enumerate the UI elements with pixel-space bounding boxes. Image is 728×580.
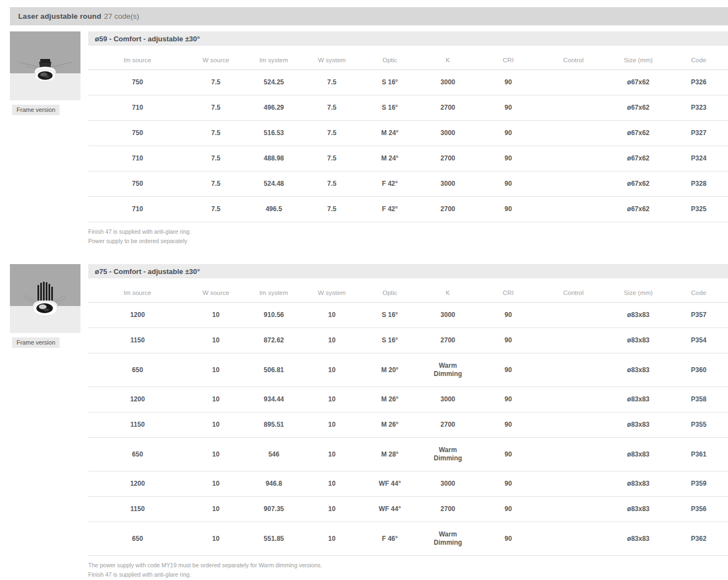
table-cell: 1200 [88, 303, 187, 328]
table-cell: 3000 [419, 121, 477, 146]
column-header: lm source [88, 50, 187, 70]
table-cell: 524.48 [245, 171, 303, 197]
product-image-column: Frame version [10, 264, 80, 348]
table-cell [540, 70, 607, 95]
table-cell: 872.62 [245, 328, 303, 353]
table-cell [540, 328, 607, 353]
table-cell: Warm Dimming [419, 522, 477, 556]
table-cell: 710 [88, 197, 187, 222]
table-cell: 7.5 [187, 95, 245, 121]
table-cell: 10 [303, 412, 361, 438]
table-cell: 90 [477, 471, 540, 497]
column-header: Size (mm) [607, 283, 670, 303]
table-row: 120010946.810WF 44°300090ø83x83P359 [88, 471, 728, 497]
table-cell: 907.35 [245, 497, 303, 522]
table-cell: 7.5 [187, 171, 245, 197]
table-cell: P328 [670, 171, 728, 197]
table-row: 7507.5524.257.5S 16°300090ø67x62P326 [88, 70, 728, 95]
table-cell [540, 171, 607, 197]
table-cell: M 24° [361, 121, 419, 146]
column-header: K [419, 283, 477, 303]
table-cell: 546 [245, 438, 303, 471]
table-cell [540, 121, 607, 146]
table-cell: 650 [88, 438, 187, 471]
table-cell: M 20° [361, 353, 419, 387]
table-cell: 10 [303, 353, 361, 387]
table-cell: 710 [88, 146, 187, 171]
table-cell [540, 412, 607, 438]
table-cell: 488.98 [245, 146, 303, 171]
table-cell: ø67x62 [607, 171, 670, 197]
table-cell: 10 [187, 387, 245, 412]
table-cell: 2700 [419, 412, 477, 438]
table-cell: 1200 [88, 387, 187, 412]
table-cell: 90 [477, 146, 540, 171]
table-cell: M 26° [361, 412, 419, 438]
table-cell [540, 387, 607, 412]
frame-version-label: Frame version [12, 105, 60, 115]
table-cell: 7.5 [303, 146, 361, 171]
table-cell: 10 [303, 438, 361, 471]
table-cell: 2700 [419, 197, 477, 222]
table-cell: 90 [477, 197, 540, 222]
table-row: 65010551.8510F 46°Warm Dimming90ø83x83P3… [88, 522, 728, 556]
table-cell: 650 [88, 353, 187, 387]
table-cell: P327 [670, 121, 728, 146]
table-cell: F 42° [361, 171, 419, 197]
table-cell: ø83x83 [607, 328, 670, 353]
table-cell: 2700 [419, 146, 477, 171]
category-title: Laser adjustable round [18, 12, 101, 20]
spec-table-o59: lm sourceW sourcelm systemW systemOpticK… [88, 50, 728, 222]
column-header: CRI [477, 283, 540, 303]
table-cell: P357 [670, 303, 728, 328]
table-cell: 90 [477, 387, 540, 412]
table-cell: M 26° [361, 387, 419, 412]
table-cell: 946.8 [245, 471, 303, 497]
table-cell: 90 [477, 303, 540, 328]
table-cell: 7.5 [303, 197, 361, 222]
table-cell: 90 [477, 121, 540, 146]
table-cell: S 16° [361, 328, 419, 353]
product-photo-o59-downlight [10, 31, 80, 100]
table-cell: 10 [187, 328, 245, 353]
table-cell: S 16° [361, 303, 419, 328]
table-header-row: lm sourceW sourcelm systemW systemOpticK… [88, 50, 728, 70]
table-cell: 10 [187, 522, 245, 556]
table-cell: ø67x62 [607, 121, 670, 146]
table-row: 6501054610M 28°Warm Dimming90ø83x83P361 [88, 438, 728, 471]
table-cell: ø83x83 [607, 438, 670, 471]
table-cell: P355 [670, 412, 728, 438]
category-title-bar: Laser adjustable round 27 code(s) [10, 7, 728, 25]
table-cell: 10 [303, 522, 361, 556]
table-cell: 750 [88, 70, 187, 95]
table-cell: 10 [303, 387, 361, 412]
table-cell: 10 [303, 497, 361, 522]
table-cell: P324 [670, 146, 728, 171]
table-cell: 90 [477, 522, 540, 556]
table-cell: ø83x83 [607, 471, 670, 497]
table-cell [540, 497, 607, 522]
table-cell: 7.5 [187, 121, 245, 146]
table-cell: 1200 [88, 471, 187, 497]
table-row: 120010910.5610S 16°300090ø83x83P357 [88, 303, 728, 328]
table-cell: 90 [477, 412, 540, 438]
table-cell: S 16° [361, 95, 419, 121]
product-image-column: Frame version [10, 31, 80, 115]
table-cell [540, 353, 607, 387]
table-row: 7107.5496.57.5F 42°270090ø67x62P325 [88, 197, 728, 222]
footnote: The power supply with code MY19 must be … [88, 561, 728, 570]
table-cell: ø67x62 [607, 70, 670, 95]
table-cell: 7.5 [187, 70, 245, 95]
table-header-row: lm sourceW sourcelm systemW systemOpticK… [88, 283, 728, 303]
table-cell: 3000 [419, 387, 477, 412]
table-cell [540, 197, 607, 222]
table-cell: 496.5 [245, 197, 303, 222]
table-cell: 7.5 [303, 70, 361, 95]
table-cell [540, 303, 607, 328]
table-cell: 551.85 [245, 522, 303, 556]
table-row: 115010872.6210S 16°270090ø83x83P354 [88, 328, 728, 353]
frame-version-label: Frame version [12, 337, 60, 348]
table-row: 65010506.8110M 20°Warm Dimming90ø83x83P3… [88, 353, 728, 387]
table-cell: ø67x62 [607, 146, 670, 171]
table-cell: 7.5 [187, 146, 245, 171]
